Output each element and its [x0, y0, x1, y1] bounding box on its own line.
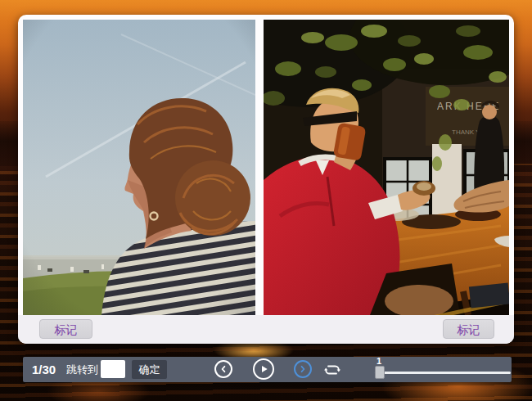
loop-button[interactable] — [322, 361, 343, 379]
slider-value-label: 1 — [376, 356, 381, 366]
app-window: ARK HERE THANK YOU — [0, 0, 532, 401]
jump-to-input[interactable] — [101, 360, 125, 378]
right-photo-man-cafe: ARK HERE THANK YOU — [264, 20, 509, 315]
page-indicator: 1/30 — [32, 357, 56, 382]
card-footer: 标记 标记 — [18, 315, 514, 344]
next-button[interactable] — [294, 360, 312, 378]
chevron-right-icon — [297, 363, 309, 375]
photo-pair: ARK HERE THANK YOU — [23, 20, 509, 315]
slider-handle[interactable] — [375, 366, 385, 379]
jump-to-label: 跳转到 — [66, 357, 98, 382]
chevron-left-icon — [218, 363, 229, 375]
photo-card: ARK HERE THANK YOU — [18, 15, 514, 344]
play-icon — [257, 363, 270, 376]
previous-button[interactable] — [214, 360, 232, 378]
left-photo-woman-seaside — [23, 20, 255, 315]
play-button[interactable] — [253, 358, 274, 380]
mark-right-button[interactable]: 标记 — [443, 319, 494, 339]
mark-left-button[interactable]: 标记 — [39, 319, 92, 339]
confirm-button[interactable]: 确定 — [132, 360, 167, 379]
player-toolbar: 1/30 跳转到 确定 1 — [23, 357, 512, 382]
repeat-icon — [322, 361, 343, 379]
progress-slider: 1 — [375, 357, 511, 382]
slider-track[interactable] — [375, 372, 511, 374]
